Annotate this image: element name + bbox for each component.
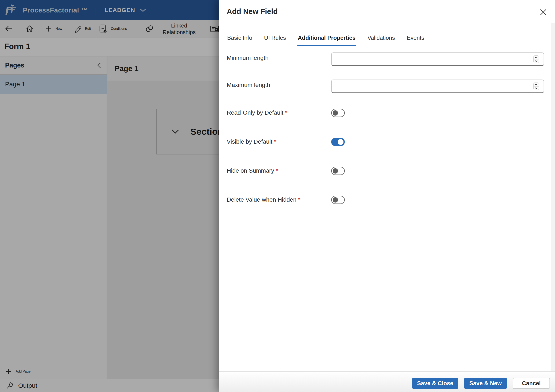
maximum-length-label: Maximum length — [227, 78, 331, 89]
read-only-label: Read-Only by Default* — [227, 107, 331, 116]
minimum-length-field — [331, 52, 544, 66]
required-asterisk: * — [276, 167, 278, 174]
field-row-hide-summary: Hide on Summary* — [227, 165, 544, 175]
visible-label-text: Visible by Default — [227, 138, 272, 145]
spinner-down-icon[interactable] — [534, 59, 539, 63]
delete-hidden-label: Delete Value when Hidden* — [227, 194, 331, 203]
hide-summary-toggle[interactable] — [331, 167, 345, 175]
number-spinner[interactable] — [533, 82, 539, 90]
spinner-up-icon[interactable] — [534, 56, 539, 59]
field-row-visible: Visible by Default* — [227, 136, 544, 146]
toggle-knob — [333, 111, 338, 116]
spinner-down-icon[interactable] — [534, 87, 539, 90]
hide-summary-label: Hide on Summary* — [227, 165, 331, 174]
field-row-delete-hidden: Delete Value when Hidden* — [227, 194, 544, 204]
read-only-toggle[interactable] — [331, 109, 345, 117]
field-row-read-only: Read-Only by Default* — [227, 107, 544, 117]
save-and-new-button[interactable]: Save & New — [464, 378, 507, 389]
minimum-length-input[interactable] — [331, 52, 544, 66]
hide-summary-label-text: Hide on Summary — [227, 167, 274, 174]
tab-ui-rules[interactable]: UI Rules — [264, 32, 287, 46]
required-asterisk: * — [274, 138, 277, 145]
cancel-button[interactable]: Cancel — [513, 378, 550, 389]
toggle-knob — [333, 168, 338, 174]
app-screen: ProcessFactorial ™ LEADGEN New — [0, 0, 555, 392]
read-only-label-text: Read-Only by Default — [227, 109, 283, 116]
toggle-knob — [338, 139, 343, 145]
required-asterisk: * — [285, 109, 287, 116]
number-spinner[interactable] — [533, 55, 539, 63]
required-asterisk: * — [298, 196, 300, 203]
close-icon — [539, 8, 547, 16]
visible-label: Visible by Default* — [227, 136, 331, 145]
save-and-close-button[interactable]: Save & Close — [412, 378, 458, 389]
delete-hidden-toggle[interactable] — [331, 196, 345, 204]
field-row-minimum-length: Minimum length — [227, 51, 544, 66]
maximum-length-field — [331, 80, 544, 93]
spinner-up-icon[interactable] — [534, 83, 539, 87]
close-button[interactable] — [538, 7, 548, 17]
drawer-footer: Save & Close Save & New Cancel — [219, 371, 555, 392]
add-new-field-drawer: Add New Field Basic Info UI Rules Additi… — [219, 0, 555, 392]
field-row-maximum-length: Maximum length — [227, 78, 544, 93]
maximum-length-input[interactable] — [331, 80, 544, 93]
tab-additional-properties[interactable]: Additional Properties — [297, 32, 356, 46]
tab-basic-info[interactable]: Basic Info — [227, 32, 253, 46]
drawer-title: Add New Field — [227, 7, 278, 16]
visible-toggle[interactable] — [331, 138, 345, 146]
drawer-scrollbar[interactable] — [551, 23, 555, 371]
tab-events[interactable]: Events — [406, 32, 425, 46]
drawer-tabs: Basic Info UI Rules Additional Propertie… — [227, 32, 425, 46]
toggle-knob — [333, 197, 338, 203]
minimum-length-label: Minimum length — [227, 51, 331, 61]
delete-hidden-label-text: Delete Value when Hidden — [227, 196, 296, 203]
tab-validations[interactable]: Validations — [367, 32, 395, 46]
